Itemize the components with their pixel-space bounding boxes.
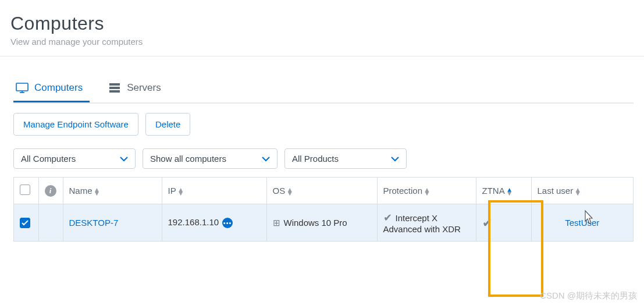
filter-products-select[interactable]: All Products — [284, 148, 407, 169]
tab-servers[interactable]: Servers — [106, 76, 168, 102]
tab-bar: Computers Servers — [13, 76, 634, 104]
info-icon: i — [45, 185, 56, 197]
sort-icon: ▲▼ — [506, 188, 513, 195]
svg-rect-0 — [16, 83, 28, 91]
tab-label: Servers — [127, 82, 161, 94]
col-ip[interactable]: IP▲▼ — [162, 178, 266, 204]
col-protection[interactable]: Protection▲▼ — [377, 178, 476, 204]
page-title: Computers — [10, 13, 634, 34]
monitor-icon — [16, 83, 29, 93]
computer-name-link[interactable]: DESKTOP-7 — [69, 218, 119, 228]
cell-ip: 192.168.1.10••• — [162, 204, 266, 242]
filter-status-select[interactable]: Show all computers — [143, 148, 277, 169]
watermark: CSDN @期待未来的男孩 — [540, 290, 637, 302]
sort-icon: ▲▼ — [177, 188, 184, 195]
tab-computers[interactable]: Computers — [13, 76, 90, 102]
col-name[interactable]: Name▲▼ — [63, 178, 162, 204]
sort-icon: ▲▼ — [574, 188, 581, 195]
filter-bar: All Computers Show all computers All Pro… — [13, 148, 634, 169]
windows-icon: ⊞ — [273, 218, 280, 228]
col-info: i — [38, 178, 63, 204]
svg-rect-4 — [109, 87, 120, 89]
sort-icon: ▲▼ — [424, 188, 430, 195]
page-header: Computers View and manage your computers — [0, 0, 644, 56]
cell-os: ⊞Windows 10 Pro — [266, 204, 377, 242]
check-icon: ✔ — [482, 217, 492, 229]
select-value: Show all computers — [150, 154, 226, 164]
ip-menu-button[interactable]: ••• — [222, 218, 233, 228]
chevron-down-icon — [391, 154, 399, 164]
action-bar: Manage Endpoint Software Delete — [13, 113, 634, 136]
sort-icon: ▲▼ — [94, 188, 101, 195]
delete-button[interactable]: Delete — [145, 113, 190, 136]
filter-group-select[interactable]: All Computers — [13, 148, 136, 169]
sort-icon: ▲▼ — [286, 188, 293, 195]
table-row[interactable]: DESKTOP-7 192.168.1.10••• ⊞Windows 10 Pr… — [14, 204, 633, 242]
select-value: All Products — [292, 154, 339, 164]
col-ztna[interactable]: ZTNA▲▼ — [476, 178, 531, 204]
page-subtitle: View and manage your computers — [10, 37, 634, 47]
checkbox-icon[interactable] — [20, 185, 30, 195]
col-lastuser[interactable]: Last user▲▼ — [531, 178, 633, 204]
manage-endpoint-button[interactable]: Manage Endpoint Software — [13, 113, 138, 136]
computers-table: i Name▲▼ IP▲▼ OS▲▼ Protection▲▼ ZTNA▲▼ L… — [13, 177, 634, 242]
chevron-down-icon — [262, 154, 270, 164]
svg-rect-5 — [109, 90, 120, 93]
col-select-all[interactable] — [14, 178, 38, 204]
check-icon: ✔ — [383, 212, 392, 224]
col-os[interactable]: OS▲▼ — [266, 178, 377, 204]
tab-label: Computers — [34, 82, 83, 94]
server-icon — [108, 83, 121, 93]
cell-ztna: ✔ — [476, 204, 531, 242]
row-checkbox[interactable] — [20, 218, 30, 228]
chevron-down-icon — [120, 154, 128, 164]
cell-protection: ✔Intercept X Advanced with XDR — [377, 204, 476, 242]
select-value: All Computers — [21, 154, 76, 164]
last-user-link[interactable]: TestUser — [565, 218, 599, 228]
svg-rect-3 — [109, 83, 120, 86]
